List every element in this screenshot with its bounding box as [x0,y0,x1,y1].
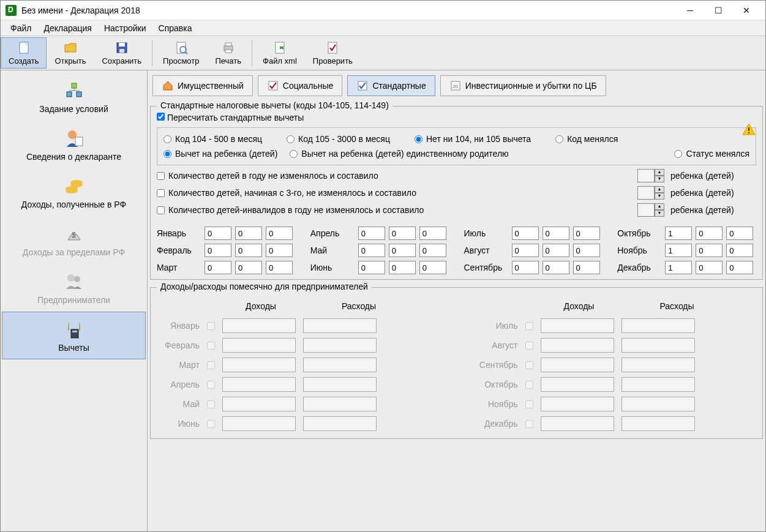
spin-down-icon[interactable]: ▼ [655,210,664,217]
toolbar-xml[interactable]: Файл xml [255,37,305,69]
child-count-input-1[interactable] [637,169,655,182]
biz-income-Январь [222,318,296,333]
month-9-val-2[interactable] [726,227,753,240]
child-count-check-1[interactable] [157,172,165,180]
tab-social[interactable]: Социальные [258,75,343,96]
biz-income-Август [541,338,614,353]
biz-row-Май: Май [157,394,438,414]
month-6-val-0[interactable] [512,227,539,240]
tab-invest[interactable]: 20Инвестиционные и убытки по ЦБ [440,75,606,96]
month-4-val-2[interactable] [419,244,446,257]
month-0-val-0[interactable] [205,227,231,240]
month-3-val-2[interactable] [419,227,446,240]
child-count-input-3[interactable] [637,203,655,217]
month-8-val-0[interactable] [512,261,539,274]
month-5-val-0[interactable] [358,261,385,274]
menu-декларация[interactable]: Декларация [37,21,98,36]
month-4-val-0[interactable] [358,244,385,257]
window-titlebar: Без имени - Декларация 2018 ─ ☐ ✕ [1,1,765,20]
radio-single-parent[interactable]: Вычет на ребенка (детей) единственному р… [290,149,508,159]
month-6-val-1[interactable] [543,227,569,240]
sidebar-deductions[interactable]: Вычеты [2,312,146,359]
tab-standard[interactable]: Стандартные [347,75,435,96]
close-button[interactable]: ✕ [732,1,760,20]
maximize-button[interactable]: ☐ [704,1,732,20]
month-10-val-1[interactable] [696,244,723,257]
menu-файл[interactable]: Файл [4,21,37,36]
spin-up-icon[interactable]: ▲ [655,169,664,176]
radio-child-deduction[interactable]: Вычет на ребенка (детей) [163,149,277,159]
entrepreneurs-icon [63,271,85,293]
biz-row-Ноябрь: Ноябрь [475,394,757,414]
month-0-val-2[interactable] [266,227,293,240]
toolbar-save[interactable]: Сохранить [94,37,149,69]
month-2-val-0[interactable] [205,261,231,274]
biz-row-Август: Август [475,335,757,355]
spin-down-icon[interactable]: ▼ [655,193,664,200]
sidebar-income_rf[interactable]: Доходы, полученные в РФ [2,168,146,216]
child-count-check-3[interactable] [157,206,165,214]
biz-expense-Ноябрь [621,397,695,411]
month-10-val-0[interactable] [665,244,692,257]
declarant-icon [63,127,85,149]
svg-line-6 [186,52,187,54]
radio-code-none[interactable]: Нет ни 104, ни 105 вычета [415,134,531,144]
months-grid: ЯнварьАпрельИюльОктябрьФевральМайАвгустН… [157,220,756,274]
spin-down-icon[interactable]: ▼ [655,176,664,182]
menu-настройки[interactable]: Настройки [98,21,152,36]
month-1-val-2[interactable] [266,244,293,257]
save-icon [115,40,129,55]
month-2-val-2[interactable] [266,261,293,274]
radio-code-105[interactable]: Код 105 - 3000 в месяц [287,134,390,144]
month-8-val-2[interactable] [573,261,600,274]
toolbar-preview[interactable]: Просмотр [155,37,207,69]
month-11-val-1[interactable] [696,261,723,274]
month-2-val-1[interactable] [235,261,262,274]
month-11-val-0[interactable] [665,261,692,274]
toolbar-check[interactable]: Проверить [305,37,361,69]
month-10-val-2[interactable] [726,244,753,257]
month-8-val-1[interactable] [543,261,569,274]
tab-property[interactable]: Имущественный [152,75,253,96]
month-5-val-2[interactable] [419,261,446,274]
svg-rect-20 [75,137,83,146]
child-count-input-2[interactable] [637,186,655,200]
biz-row-Июнь: Июнь [157,414,438,433]
minimize-button[interactable]: ─ [676,1,704,20]
biz-check-Январь [207,322,215,330]
month-6: Июль [464,227,603,240]
month-7-val-0[interactable] [512,244,539,257]
month-4-val-1[interactable] [389,244,416,257]
child-count-check-2[interactable] [157,189,165,197]
month-4: Май [310,244,449,257]
month-9-val-0[interactable] [665,227,692,240]
recalc-checkbox-label[interactable]: Пересчитать стандартные вычеты [157,113,304,122]
month-7-val-1[interactable] [543,244,569,257]
sidebar-conditions[interactable]: Задание условий [2,73,146,121]
month-5-val-1[interactable] [389,261,416,274]
sidebar-declarant[interactable]: Сведения о декларанте [2,121,146,168]
toolbar-open[interactable]: Открыть [47,37,94,69]
recalc-checkbox[interactable] [157,113,165,121]
toolbar-create[interactable]: Создать [1,37,47,69]
month-11-val-2[interactable] [726,261,753,274]
month-1-val-0[interactable] [205,244,231,257]
biz-check-Апрель [207,381,215,389]
toolbar-print[interactable]: Печать [207,37,249,69]
biz-row-Апрель: Апрель [157,375,438,394]
month-0-val-1[interactable] [235,227,262,240]
month-3-val-1[interactable] [389,227,416,240]
spin-up-icon[interactable]: ▲ [655,203,664,210]
biz-check-Июнь [207,420,215,428]
radio-code-changed[interactable]: Код менялся [555,134,618,144]
radio-status-changed[interactable]: Статус менялся [674,149,749,159]
spin-up-icon[interactable]: ▲ [655,186,664,193]
menu-справка[interactable]: Справка [152,21,198,36]
group-title: Стандартные налоговые вычеты (коды 104-1… [157,100,392,110]
month-3-val-0[interactable] [358,227,385,240]
month-1-val-1[interactable] [235,244,262,257]
radio-code-104[interactable]: Код 104 - 500 в месяц [163,134,262,144]
month-7-val-2[interactable] [573,244,600,257]
month-6-val-2[interactable] [573,227,600,240]
month-9-val-1[interactable] [696,227,723,240]
